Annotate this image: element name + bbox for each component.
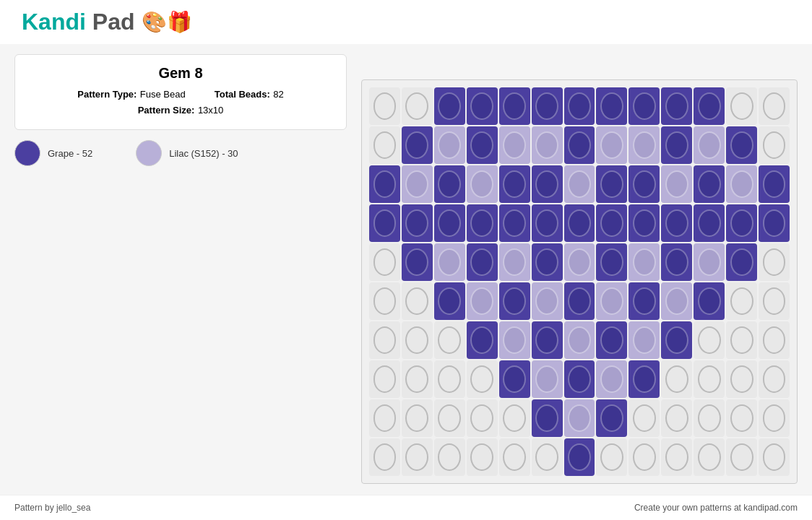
- cell: [369, 165, 400, 203]
- cell: [532, 204, 563, 242]
- cell: [467, 360, 498, 398]
- cell: [726, 438, 757, 476]
- footer-credit: Pattern by jello_sea: [14, 503, 90, 513]
- cell: [564, 87, 595, 125]
- cell: [726, 126, 757, 164]
- cell: [726, 321, 757, 359]
- cell: [564, 243, 595, 281]
- cell: [369, 360, 400, 398]
- cell: [467, 399, 498, 437]
- pattern-type: Pattern Type: Fuse Bead: [77, 87, 185, 100]
- cell: [596, 126, 627, 164]
- cell: [434, 360, 465, 398]
- cell: [694, 204, 725, 242]
- cell: [661, 321, 692, 359]
- cell: [694, 399, 725, 437]
- cell: [434, 438, 465, 476]
- cell: [629, 87, 660, 125]
- cell: [499, 321, 530, 359]
- cell: [629, 399, 660, 437]
- cell: [596, 321, 627, 359]
- cell: [759, 399, 790, 437]
- cell: [402, 360, 433, 398]
- pattern-area: [361, 79, 798, 484]
- footer: Pattern by jello_sea Create your own pat…: [0, 495, 812, 520]
- info-row-2: Pattern Size: 13x10: [30, 103, 332, 116]
- cell: [726, 204, 757, 242]
- cell: [661, 243, 692, 281]
- cell: [629, 438, 660, 476]
- total-beads-value: 82: [273, 89, 283, 100]
- cell: [629, 204, 660, 242]
- cell: [661, 165, 692, 203]
- total-beads-label: Total Beads:: [215, 89, 270, 100]
- pattern-title: Gem 8: [30, 65, 332, 82]
- footer-cta: Create your own patterns at kandipad.com: [634, 503, 798, 513]
- cell: [694, 126, 725, 164]
- cell: [402, 204, 433, 242]
- cell: [499, 360, 530, 398]
- cell: [402, 438, 433, 476]
- cell: [759, 126, 790, 164]
- cell: [661, 438, 692, 476]
- cell: [726, 243, 757, 281]
- cell: [629, 321, 660, 359]
- cell: [369, 243, 400, 281]
- cell: [759, 204, 790, 242]
- cell: [467, 282, 498, 320]
- cell: [629, 282, 660, 320]
- cell: [661, 360, 692, 398]
- cell: [532, 165, 563, 203]
- cell: [402, 399, 433, 437]
- cell: [467, 126, 498, 164]
- cell: [434, 282, 465, 320]
- cell: [499, 282, 530, 320]
- cell: [467, 204, 498, 242]
- pattern-grid: [369, 87, 790, 476]
- logo-pad: Pad: [92, 9, 135, 35]
- info-card: Gem 8 Pattern Type: Fuse Bead Total Bead…: [14, 54, 347, 130]
- cell: [467, 87, 498, 125]
- cell: [532, 282, 563, 320]
- logo: Kandi Pad: [22, 9, 134, 35]
- cell: [402, 321, 433, 359]
- cell: [369, 399, 400, 437]
- cell: [629, 243, 660, 281]
- cell: [369, 204, 400, 242]
- cell: [759, 87, 790, 125]
- cell: [369, 87, 400, 125]
- grape-color-circle: [14, 140, 40, 166]
- cell: [694, 282, 725, 320]
- cell: [759, 360, 790, 398]
- cell: [759, 243, 790, 281]
- cell: [629, 165, 660, 203]
- cell: [564, 438, 595, 476]
- cell: [499, 243, 530, 281]
- cell: [694, 87, 725, 125]
- cell: [759, 282, 790, 320]
- cell: [402, 282, 433, 320]
- cell: [596, 243, 627, 281]
- cell: [694, 165, 725, 203]
- cell: [759, 165, 790, 203]
- cell: [629, 360, 660, 398]
- cell: [661, 126, 692, 164]
- grape-label: Grape - 52: [48, 148, 92, 159]
- cell: [661, 399, 692, 437]
- cell: [596, 360, 627, 398]
- cell: [532, 399, 563, 437]
- cell: [467, 243, 498, 281]
- cell: [532, 360, 563, 398]
- cell: [369, 321, 400, 359]
- cell: [564, 321, 595, 359]
- pattern-type-value: Fuse Bead: [140, 89, 186, 100]
- cell: [499, 87, 530, 125]
- cell: [467, 438, 498, 476]
- cell: [596, 204, 627, 242]
- cell: [596, 438, 627, 476]
- cell: [532, 321, 563, 359]
- cell: [434, 126, 465, 164]
- cell: [564, 165, 595, 203]
- cell: [434, 399, 465, 437]
- cell: [759, 438, 790, 476]
